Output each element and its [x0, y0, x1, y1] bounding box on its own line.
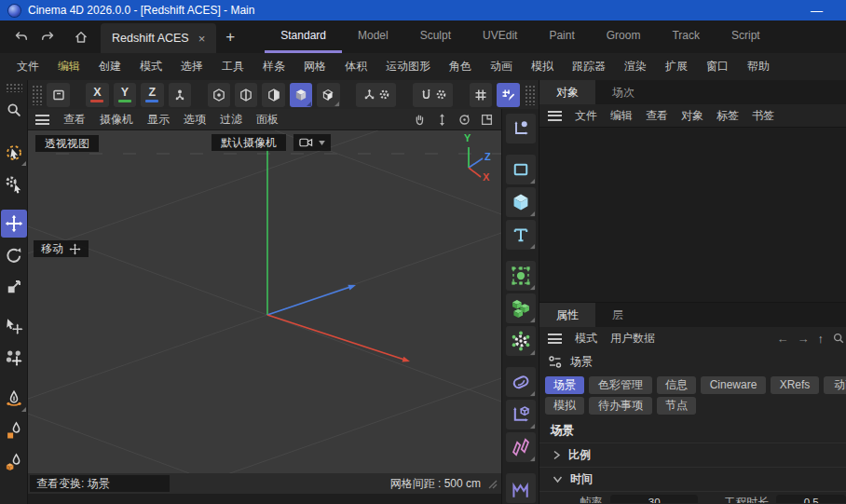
layout-tab-script[interactable]: Script [716, 20, 776, 53]
menu-simulate[interactable]: 模拟 [522, 59, 563, 75]
toggle-single-view-icon[interactable] [480, 113, 494, 127]
layout-tab-uvedit[interactable]: UVEdit [467, 20, 533, 53]
rotate-tool-icon[interactable] [1, 241, 27, 269]
spline-profile-icon[interactable] [506, 473, 536, 503]
attr-btn-nodes[interactable]: 节点 [657, 397, 696, 415]
group-time[interactable]: 时间 [539, 467, 846, 491]
menu-create[interactable]: 创建 [89, 59, 130, 75]
snap-settings-button[interactable] [413, 83, 453, 107]
toolbar-drag-handle-2[interactable] [525, 85, 535, 105]
om-menu-edit[interactable]: 编辑 [610, 108, 633, 124]
menu-spline[interactable]: 样条 [253, 59, 294, 75]
points-mode-icon[interactable] [208, 83, 230, 107]
view-name-label[interactable]: 透视视图 [35, 135, 99, 152]
cloner-icon[interactable] [506, 261, 536, 291]
edges-mode-icon[interactable] [235, 83, 257, 107]
layout-tab-sculpt[interactable]: Sculpt [404, 20, 467, 53]
redo-icon[interactable] [37, 27, 58, 48]
menu-animate[interactable]: 动画 [481, 59, 522, 75]
coordinate-manager-icon[interactable] [47, 83, 69, 107]
history-back-icon[interactable]: ← [777, 332, 789, 346]
viewport-menu-cameras[interactable]: 摄像机 [100, 112, 133, 128]
tab-objects[interactable]: 对象 [539, 80, 595, 104]
close-tab-icon[interactable]: × [198, 32, 206, 46]
layout-tab-paint[interactable]: Paint [533, 20, 590, 53]
attribute-menu-icon[interactable] [548, 334, 562, 344]
text-spline-icon[interactable] [506, 220, 536, 250]
transform-tool-icon[interactable] [1, 312, 27, 340]
attr-btn-color-management[interactable]: 色彩管理 [589, 376, 652, 394]
quantize-settings-icon[interactable] [497, 83, 519, 107]
menu-extensions[interactable]: 扩展 [656, 59, 697, 75]
menu-help[interactable]: 帮助 [738, 59, 779, 75]
viewport-menu-options[interactable]: 选项 [184, 112, 206, 128]
history-forward-icon[interactable]: → [798, 332, 810, 346]
dolly-view-icon[interactable] [435, 113, 449, 127]
palette-drag-handle[interactable] [6, 83, 22, 92]
effector-icon[interactable] [506, 326, 536, 356]
attr-btn-xrefs[interactable]: XRefs [771, 376, 819, 394]
menu-tools[interactable]: 工具 [212, 59, 253, 75]
camera-name-label[interactable]: 默认摄像机 [212, 134, 286, 151]
layout-tab-standard[interactable]: Standard [265, 20, 342, 53]
sketch-pen-square-icon[interactable] [1, 416, 27, 444]
fps-input[interactable]: 30 [610, 495, 699, 504]
tweak-tool-icon[interactable] [1, 170, 27, 198]
group-scale[interactable]: 比例 [539, 443, 846, 467]
texture-mode-icon[interactable] [317, 83, 339, 107]
fracture-blocks-icon[interactable] [506, 293, 536, 323]
polygons-mode-icon[interactable] [262, 83, 284, 107]
coordinates-icon[interactable] [506, 114, 536, 143]
scale-tool-icon[interactable] [1, 273, 27, 301]
layout-tab-track[interactable]: Track [656, 20, 716, 53]
menu-file[interactable]: 文件 [7, 59, 48, 75]
attr-btn-scene[interactable]: 场景 [545, 376, 584, 394]
deformer-icon[interactable] [506, 367, 536, 397]
menu-window[interactable]: 窗口 [697, 59, 738, 75]
orbit-view-icon[interactable] [457, 113, 471, 127]
viewport-menu-view[interactable]: 查看 [63, 112, 86, 128]
object-list-area[interactable] [539, 127, 846, 303]
viewport-menu-display[interactable]: 显示 [147, 112, 170, 128]
layout-tab-groom[interactable]: Groom [591, 20, 657, 53]
menu-mesh[interactable]: 网格 [294, 59, 335, 75]
viewport-canvas[interactable]: 透视视图 默认摄像机 移动 [28, 130, 501, 473]
menu-tracker[interactable]: 跟踪器 [563, 59, 615, 75]
undo-icon[interactable] [11, 27, 32, 48]
layout-tab-model[interactable]: Model [342, 20, 404, 53]
resize-grip-icon[interactable] [486, 478, 498, 489]
menu-character[interactable]: 角色 [440, 59, 481, 75]
menu-select[interactable]: 选择 [171, 59, 212, 75]
move-clones-tool-icon[interactable] [1, 344, 27, 372]
object-manager-menu-icon[interactable] [548, 111, 562, 121]
add-tab-button[interactable]: + [216, 20, 244, 53]
tab-takes[interactable]: 场次 [595, 80, 651, 104]
attr-search-icon[interactable] [832, 332, 845, 345]
viewport-menu-panel[interactable]: 面板 [256, 112, 279, 128]
lock-z-axis-button[interactable]: Z [141, 83, 163, 107]
attr-btn-todo[interactable]: 待办事项 [589, 397, 652, 415]
parent-up-icon[interactable]: ↑ [818, 332, 825, 346]
instance-axis-icon[interactable] [506, 400, 536, 429]
lock-y-axis-button[interactable]: Y [114, 83, 136, 107]
pan-view-icon[interactable] [413, 113, 427, 127]
sketch-pen-cube-icon[interactable] [1, 448, 27, 476]
tab-attributes[interactable]: 属性 [539, 303, 595, 327]
tab-layers[interactable]: 层 [595, 303, 640, 327]
attr-menu-userdata[interactable]: 用户数据 [610, 331, 655, 347]
live-selection-icon[interactable] [1, 139, 27, 167]
rectangle-spline-icon[interactable] [506, 155, 536, 184]
axis-modification-settings-button[interactable] [356, 83, 396, 107]
menu-edit[interactable]: 编辑 [48, 59, 89, 75]
spline-pen-icon[interactable] [1, 385, 27, 413]
menu-render[interactable]: 渲染 [615, 59, 656, 75]
attr-btn-cineware[interactable]: Cineware [701, 376, 766, 394]
menu-mode[interactable]: 模式 [130, 59, 171, 75]
project-duration-input[interactable]: 0.5 [776, 495, 846, 504]
coordinate-system-icon[interactable] [169, 83, 191, 107]
grid-toggle-icon[interactable] [470, 83, 492, 107]
viewport-menu-icon[interactable] [35, 115, 49, 125]
om-menu-tags[interactable]: 标签 [716, 108, 739, 124]
move-tool-icon[interactable] [1, 210, 27, 238]
toolbar-drag-handle[interactable] [32, 85, 42, 105]
